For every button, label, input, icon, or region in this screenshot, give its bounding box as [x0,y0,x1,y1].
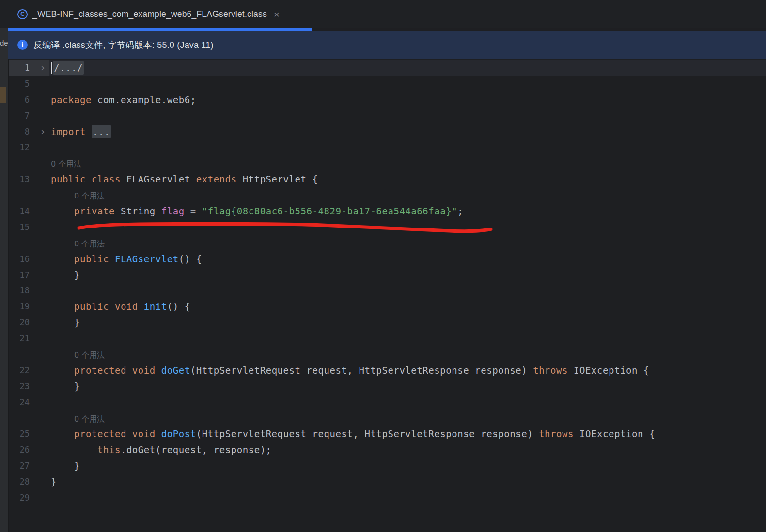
code-token: FLAGservlet [115,254,179,264]
usages-inlay-hint[interactable]: 0 个用法 [74,239,105,248]
line-number: 6 [8,92,30,108]
gutter-cell [8,187,49,203]
code-token: private [74,206,115,216]
code-token: protected void [74,365,156,376]
code-token: public void [74,301,138,312]
usages-inlay-hint[interactable]: 0 个用法 [51,159,81,168]
code-line: 16 public FLAGservlet() { [8,251,766,267]
code-line: 28} [8,474,766,490]
code-line: 29 [8,490,766,506]
line-number: 5 [8,76,30,92]
line-number: 18 [8,283,30,299]
gutter-cell: 6 [8,92,49,108]
code-text [49,219,766,235]
line-number: 8 [8,124,30,140]
line-number: 17 [8,267,30,283]
folded-region[interactable]: /.../ [53,61,84,75]
code-text: protected void doPost(HttpServletRequest… [49,426,766,442]
code-token [51,238,74,248]
code-line: 0 个用法 [8,235,766,251]
code-token: } [51,270,80,280]
gutter-cell: 12 [8,139,49,155]
fold-chevron-icon[interactable]: › [38,124,47,140]
code-text: public class FLAGservlet extends HttpSer… [49,171,766,187]
code-line: 19 public void init() { [8,299,766,315]
folded-region[interactable]: ... [92,125,111,138]
code-text: 0 个用法 [49,410,766,426]
code-token: } [51,476,57,487]
gutter-cell: 27 [8,458,49,474]
usages-inlay-hint[interactable]: 0 个用法 [74,191,105,200]
code-line: 12 [8,139,766,155]
code-line: 13public class FLAGservlet extends HttpS… [8,171,766,187]
code-text: 0 个用法 [49,187,766,203]
code-token: String [115,206,161,216]
fold-chevron-icon[interactable]: › [38,60,47,76]
banner-text: 反编译 .class文件, 字节码版本: 55.0 (Java 11) [33,39,214,51]
usages-inlay-hint[interactable]: 0 个用法 [74,414,105,424]
code-text [49,331,766,347]
code-token: throws [539,428,574,439]
gutter-cell: 20 [8,315,49,331]
code-token: } [51,460,80,471]
code-text: } [49,267,766,283]
code-editor[interactable]: 1›/.../56package com.example.web6;78›imp… [8,59,766,532]
line-number: 26 [8,442,30,458]
code-text: } [49,458,766,474]
code-token [51,413,74,424]
code-text [49,108,766,124]
line-number: 1 [8,60,30,76]
code-line: 0 个用法 [8,410,766,426]
gutter-cell: 26 [8,442,49,458]
usages-inlay-hint[interactable]: 0 个用法 [74,350,105,360]
code-token: throws [533,365,568,376]
gutter-cell: 21 [8,331,49,347]
code-token: } [51,317,80,328]
code-token: init [144,301,167,312]
code-token: (HttpServletRequest request, HttpServlet… [190,365,533,376]
code-line: 20 } [8,315,766,331]
code-token [51,301,74,312]
editor-tab-bar: C _WEB-INF_classes_com_example_web6_FLAG… [0,0,766,28]
gutter-cell [8,155,49,171]
code-text: } [49,474,766,490]
code-token: com.example.web6; [92,94,196,105]
code-token: flag [161,206,185,216]
line-number: 19 [8,299,30,315]
code-token [51,190,74,200]
gutter-cell: 13 [8,171,49,187]
code-token [138,301,144,312]
code-line: 21 [8,331,766,347]
gutter-separator [49,59,49,532]
right-margin-guide [750,59,750,532]
gutter-cell: 7 [8,108,49,124]
tab-flagservlet-class[interactable]: C _WEB-INF_classes_com_example_web6_FLAG… [8,0,312,28]
line-number: 13 [8,171,30,187]
line-number: 22 [8,363,30,379]
code-token: IOException { [568,365,649,376]
code-text [49,283,766,299]
gutter-cell: 5 [8,76,49,92]
gutter-cell [8,347,49,363]
line-number: 15 [8,219,30,235]
line-number: 14 [8,203,30,219]
gutter-cell: 14 [8,203,49,219]
gutter-cell: 28 [8,474,49,490]
code-line: 0 个用法 [8,155,766,171]
tab-title: _WEB-INF_classes_com_example_web6_FLAGse… [32,9,267,19]
tab-close-icon[interactable]: × [274,9,280,19]
code-text: import ... [49,124,766,140]
code-token: package [51,94,92,105]
code-line: 24 [8,395,766,410]
code-token: HttpServlet { [237,174,318,184]
code-token [51,365,74,376]
code-line: 5 [8,76,766,92]
code-token: public class [51,174,121,184]
code-token: (HttpServletRequest request, HttpServlet… [196,428,539,439]
code-text: 0 个用法 [49,155,766,171]
code-text: 0 个用法 [49,347,766,363]
code-token: FLAGservlet [121,174,196,184]
text-caret [51,62,52,74]
line-number: 28 [8,474,30,490]
code-token: () { [179,254,202,264]
